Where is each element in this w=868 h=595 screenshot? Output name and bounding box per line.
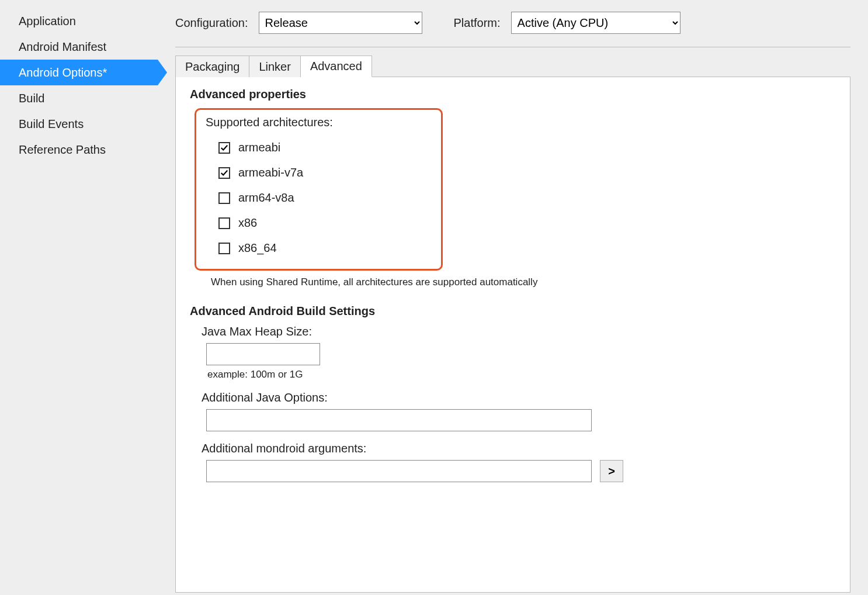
arch-label: x86 [238, 216, 257, 230]
arch-label: x86_64 [238, 241, 277, 255]
field-heap: Java Max Heap Size: example: 100m or 1G [202, 325, 836, 380]
sidebar-item-application[interactable]: Application [0, 8, 158, 34]
tab-advanced[interactable]: Advanced [301, 56, 372, 77]
sidebar-item-build-events[interactable]: Build Events [0, 111, 158, 137]
heap-hint: example: 100m or 1G [207, 369, 836, 380]
sidebar: Application Android Manifest Android Opt… [0, 0, 158, 595]
arch-row-arm64-v8a: arm64-v8a [206, 185, 420, 210]
checkbox-arm64-v8a[interactable] [218, 192, 230, 204]
sidebar-item-label: Application [19, 15, 76, 27]
checkbox-armeabi-v7a[interactable] [218, 167, 230, 179]
tabs-container: Packaging Linker Advanced Advanced prope… [175, 56, 850, 595]
tab-label: Advanced [310, 60, 362, 73]
field-mondroid: Additional mondroid arguments: > [202, 442, 836, 482]
tab-label: Packaging [185, 60, 239, 74]
platform-label: Platform: [454, 16, 501, 30]
config-row: Configuration: Release Platform: Active … [175, 12, 850, 47]
heap-label: Java Max Heap Size: [202, 325, 836, 338]
tab-pane-advanced: Advanced properties Supported architectu… [175, 77, 850, 593]
heap-input[interactable] [206, 343, 320, 365]
checkbox-armeabi[interactable] [218, 142, 230, 154]
sidebar-item-build[interactable]: Build [0, 85, 158, 111]
mondroid-input[interactable] [206, 460, 592, 482]
checkbox-x86-64[interactable] [218, 243, 230, 254]
java-options-label: Additional Java Options: [202, 391, 836, 404]
mondroid-expand-button[interactable]: > [600, 460, 623, 482]
configuration-select[interactable]: Release [259, 12, 422, 34]
architectures-note: When using Shared Runtime, all architect… [211, 276, 836, 288]
platform-select[interactable]: Active (Any CPU) [511, 12, 680, 34]
section-advanced-android-build: Advanced Android Build Settings [190, 305, 836, 318]
arch-row-armeabi-v7a: armeabi-v7a [206, 160, 420, 185]
tab-linker[interactable]: Linker [249, 56, 300, 77]
tab-label: Linker [259, 60, 290, 74]
sidebar-item-label: Build Events [19, 117, 84, 130]
mondroid-label: Additional mondroid arguments: [202, 442, 836, 455]
arch-row-armeabi: armeabi [206, 135, 420, 160]
sidebar-item-label: Android Options* [19, 66, 107, 79]
arch-label: arm64-v8a [238, 191, 294, 205]
arch-row-x86-64: x86_64 [206, 236, 420, 261]
supported-architectures-box: Supported architectures: armeabi armeabi… [195, 108, 443, 271]
arch-row-x86: x86 [206, 210, 420, 236]
section-advanced-properties: Advanced properties [190, 88, 836, 101]
sidebar-item-label: Build [19, 92, 44, 105]
sidebar-item-android-options[interactable]: Android Options* [0, 60, 158, 85]
java-options-input[interactable] [206, 409, 592, 431]
supported-architectures-label: Supported architectures: [206, 116, 420, 129]
sidebar-item-label: Reference Paths [19, 143, 106, 156]
chevron-right-icon: > [608, 465, 615, 478]
field-java-options: Additional Java Options: [202, 391, 836, 431]
tab-packaging[interactable]: Packaging [175, 56, 249, 77]
arch-label: armeabi-v7a [238, 166, 303, 179]
sidebar-item-android-manifest[interactable]: Android Manifest [0, 34, 158, 60]
tabs-bar: Packaging Linker Advanced [175, 56, 850, 77]
main-content: Configuration: Release Platform: Active … [158, 0, 868, 595]
configuration-label: Configuration: [175, 16, 248, 30]
checkbox-x86[interactable] [218, 217, 230, 229]
sidebar-item-reference-paths[interactable]: Reference Paths [0, 137, 158, 162]
arch-label: armeabi [238, 141, 280, 154]
sidebar-item-label: Android Manifest [19, 40, 106, 53]
